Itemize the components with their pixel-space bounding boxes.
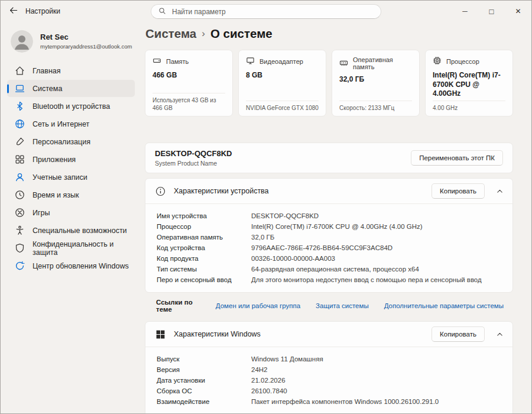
spec-label: Выпуск [157,354,251,364]
device-product: System Product Name [155,160,232,167]
section-title: Характеристики устройства [174,187,269,195]
breadcrumb: Система › О системе [145,27,513,41]
spec-value: 9796AAEC-786E-4726-BB64-59CC9F3AC84D [251,242,392,253]
card-cpu: Процессор Intel(R) Core(TM) i7-6700K CPU… [425,50,513,117]
user-name: Ret Sec [40,33,132,42]
spec-value: 24H2 [251,364,268,375]
close-icon[interactable]: ✕ [505,1,531,22]
sidebar-item-accounts[interactable]: Учетные записи [7,169,135,186]
windows-logo-icon [155,329,166,339]
apps-grid-icon [15,154,25,164]
sidebar-item-time-language[interactable]: Время и язык [7,186,135,203]
card-detail: 4.00 GHz [433,101,505,112]
device-specs-body: Имя устройства DESKTOP-QQCF8KD Процессор… [145,203,512,292]
card-ram: Оперативная память 32,0 ГБ Скорость: 213… [332,50,420,117]
chevron-up-icon[interactable] [496,187,504,195]
maximize-icon[interactable]: □ [478,1,505,22]
copy-device-specs-button[interactable]: Копировать [432,183,485,199]
sidebar-item-windows-update[interactable]: Центр обновления Windows [7,257,135,274]
spec-value: 26100.7840 [251,386,287,396]
spec-row: Тип системы 64-разрядная операционная си… [157,264,503,274]
sidebar-item-bluetooth-devices[interactable]: Bluetooth и устройства [7,98,135,115]
minimize-icon[interactable]: ─ [452,1,478,22]
spec-value: 32,0 ГБ [251,232,274,242]
spec-label: Тип системы [157,264,251,274]
spec-label: Код устройства [157,242,251,253]
breadcrumb-parent[interactable]: Система [145,27,196,41]
link-advanced-system-settings[interactable]: Дополнительные параметры системы [384,302,504,309]
search-box[interactable] [151,4,381,19]
clock-icon [15,190,25,200]
sidebar-item-privacy-security[interactable]: Конфиденциальность и защита [7,240,135,257]
xbox-icon [15,208,25,218]
sidebar-item-network-internet[interactable]: Сеть и Интернет [7,115,135,132]
sidebar-item-home[interactable]: Главная [7,62,135,79]
person-icon [15,172,25,182]
spec-label: Дата установки [157,375,251,386]
user-profile[interactable]: Ret Sec mytemporaryaddress1@outlook.com [11,30,135,53]
card-value: 8 GB [246,71,319,80]
sidebar-item-system[interactable]: Система [7,80,135,97]
spec-value: Пакет интерфейса компонентов Windows 100… [251,396,439,407]
search-icon [158,7,166,17]
spec-row: Дата установки 21.02.2026 [157,375,503,386]
card-gpu: Видеоадаптер 8 GB NVIDIA GeForce GTX 108… [238,50,326,117]
spec-row: Перо и сенсорный ввод Для этого монитора… [157,274,503,285]
card-value: Intel(R) Core(TM) i7-6700K CPU @ 4.00GHz [433,71,505,99]
spec-row: Имя устройства DESKTOP-QQCF8KD [157,211,503,221]
breadcrumb-separator-icon: › [202,28,205,40]
rename-pc-button[interactable]: Переименовать этот ПК [411,150,503,166]
spec-label: Взаимодействие [157,396,251,407]
spec-label: Оперативная память [157,232,251,242]
spec-row: Оперативная память 32,0 ГБ [157,232,503,242]
home-icon [15,66,25,76]
card-value: 32,0 ГБ [339,75,412,85]
sidebar-item-accessibility[interactable]: Специальные возможности [7,222,135,239]
link-domain-workgroup[interactable]: Домен или рабочая группа [216,302,300,309]
spec-row: Выпуск Windows 11 Домашняя [157,354,503,364]
related-links: Ссылки по теме Домен или рабочая группа … [145,293,513,318]
sidebar-item-apps[interactable]: Приложения [7,151,135,168]
update-arrows-icon [15,261,25,271]
sidebar-item-personalization[interactable]: Персонализация [7,133,135,150]
bluetooth-icon [15,101,25,111]
sidebar-item-label: Время и язык [33,191,79,199]
related-links-title: Ссылки по теме [156,299,200,313]
card-title: Процессор [446,58,479,65]
spec-row: Код устройства 9796AAEC-786E-4726-BB64-5… [157,242,503,253]
summary-cards: Память 466 GB Используется 43 GB из 466 … [145,50,513,117]
network-globe-icon [15,119,25,129]
ram-icon [339,59,348,69]
device-specs-header[interactable]: Характеристики устройства Копировать [145,179,512,203]
search-input[interactable] [171,7,374,17]
sidebar-item-label: Центр обновления Windows [33,262,129,270]
gpu-icon [246,56,255,66]
sidebar-item-gaming[interactable]: Игры [7,204,135,221]
card-title: Оперативная память [353,56,412,70]
windows-specs-body: Выпуск Windows 11 Домашняя Версия 24H2 Д… [145,347,512,413]
spec-value: Intel(R) Core(TM) i7-6700K CPU @ 4.00GHz… [251,221,423,232]
windows-specs-header[interactable]: Характеристики Windows Копировать [145,322,512,347]
link-system-protection[interactable]: Защита системы [316,302,369,309]
sidebar-nav: Главная Система Bluetooth и устройства С… [1,62,141,274]
window-controls: ─ □ ✕ [452,1,531,22]
info-icon [155,186,166,196]
spec-row: Процессор Intel(R) Core(TM) i7-6700K CPU… [157,221,503,232]
spec-value: 21.02.2026 [251,375,286,386]
device-name: DESKTOP-QQCF8KD [155,149,232,158]
sidebar-item-label: Конфиденциальность и защита [33,240,135,257]
spec-value: DESKTOP-QQCF8KD [251,211,319,221]
spec-label: Сборка ОС [157,386,251,396]
copy-windows-specs-button[interactable]: Копировать [432,326,485,342]
storage-icon [153,56,161,66]
chevron-up-icon[interactable] [496,331,504,338]
card-detail: Используется 43 GB из 466 GB [153,93,225,112]
sidebar-item-label: Bluetooth и устройства [33,102,110,111]
section-title: Характеристики Windows [174,330,261,338]
spec-label: Версия [157,364,251,375]
spec-value: Для этого монитора недоступен ввод с пом… [251,274,482,285]
spec-label: Процессор [157,221,251,232]
back-arrow-icon [9,6,18,17]
sidebar-item-label: Главная [33,67,61,75]
back-button[interactable] [1,1,25,22]
